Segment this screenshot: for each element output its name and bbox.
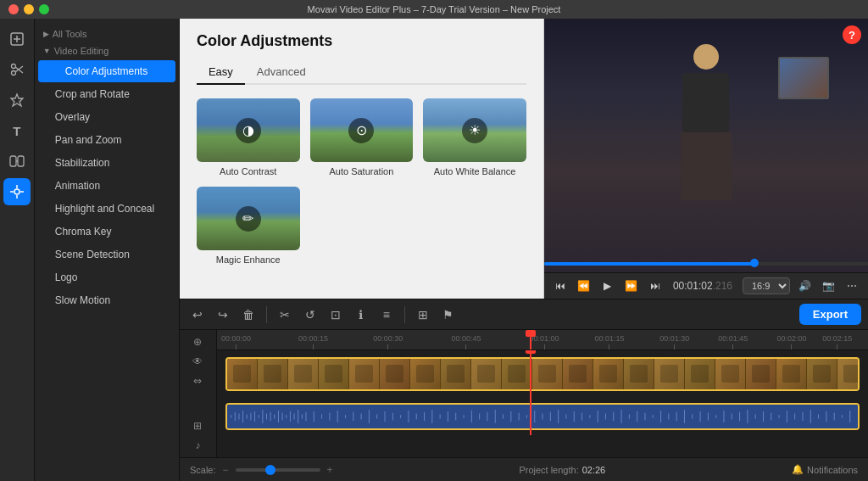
rotate-button[interactable]: ↺ — [299, 304, 321, 326]
timeline-eye-icon[interactable]: 👁 — [186, 353, 209, 371]
auto-saturation-icon: ⊙ — [348, 118, 374, 143]
effect-auto-white-balance[interactable]: ☀ Auto White Balance — [423, 98, 526, 176]
scale-thumb[interactable] — [265, 465, 275, 475]
ruler-playhead[interactable] — [530, 330, 531, 350]
flag-button[interactable]: ⚑ — [437, 304, 459, 326]
svg-point-4 — [11, 64, 15, 69]
auto-contrast-label: Auto Contrast — [220, 166, 276, 176]
text-icon[interactable]: T — [3, 117, 31, 144]
go-to-start-button[interactable]: ⏮ — [551, 277, 570, 295]
audio-playhead — [530, 397, 531, 435]
toolbar-strip: ↩ ↪ 🗑 ✂ ↺ ⊡ ℹ ≡ ⊞ ⚑ Export — [180, 299, 868, 330]
tab-easy[interactable]: Easy — [197, 60, 245, 85]
active-indicator — [55, 69, 60, 74]
project-length-value: 02:26 — [582, 465, 606, 475]
timeline-main: 00:00:00 00:00:15 00:00:30 00:00:45 — [217, 330, 868, 457]
playback-bar: ⏮ ⏪ ▶ ⏩ ⏭ 00:01:02.216 16:9 4:3 1:1 🔊 — [544, 272, 868, 299]
aspect-ratio-select[interactable]: 16:9 4:3 1:1 — [743, 277, 790, 294]
tools-icon[interactable] — [3, 178, 31, 205]
insert-button[interactable]: ⊞ — [412, 304, 434, 326]
undo-button[interactable]: ↩ — [186, 304, 209, 326]
tool-crop-rotate[interactable]: Crop and Rotate — [38, 83, 175, 105]
audio-track — [217, 397, 868, 435]
export-button[interactable]: Export — [799, 304, 861, 325]
step-back-button[interactable]: ⏪ — [575, 277, 593, 295]
tool-scene-detection[interactable]: Scene Detection — [38, 243, 175, 266]
auto-white-balance-icon: ☀ — [462, 118, 487, 143]
crop-button[interactable]: ⊡ — [325, 304, 347, 326]
time-ms: .216 — [713, 280, 732, 292]
notifications-area[interactable]: 🔔 Notifications — [792, 464, 858, 475]
timeline-track-ctrl[interactable]: ⊞ — [186, 417, 209, 435]
scale-slider[interactable] — [236, 468, 320, 472]
adjustments-panel: Color Adjustments Easy Advanced ◑ Auto C… — [180, 19, 544, 299]
notifications-label: Notifications — [807, 465, 858, 475]
tools-panel: ▶ All Tools ▼ Video Editing Color Adjust… — [35, 19, 180, 481]
tool-pan-zoom[interactable]: Pan and Zoom — [38, 129, 175, 151]
maximize-button[interactable] — [39, 4, 49, 14]
step-forward-button[interactable]: ⏩ — [622, 277, 641, 295]
tool-color-adjustments[interactable]: Color Adjustments — [38, 60, 175, 82]
help-button[interactable]: ? — [843, 25, 861, 44]
play-button[interactable]: ▶ — [598, 277, 617, 295]
ruler-mark-2: 00:00:30 — [373, 335, 403, 350]
effects-icon[interactable] — [3, 87, 31, 114]
ruler-mark-3: 00:00:45 — [451, 335, 481, 350]
auto-saturation-label: Auto Saturation — [329, 166, 393, 176]
cut-button[interactable]: ✂ — [274, 304, 296, 326]
ruler-mark-5: 00:01:15 — [594, 335, 624, 350]
align-button[interactable]: ≡ — [376, 304, 398, 326]
icon-sidebar: T — [0, 19, 35, 481]
go-to-end-button[interactable]: ⏭ — [646, 277, 665, 295]
snapshot-icon[interactable]: 📷 — [819, 277, 837, 295]
timeline-vol-icon[interactable]: ♪ — [186, 436, 209, 454]
scale-icon-plus: + — [327, 464, 333, 476]
minimize-button[interactable] — [24, 4, 34, 14]
timeline-bottom-bar: Scale: − + Project length: 02:26 🔔 Notif… — [180, 457, 868, 481]
scale-label: Scale: — [190, 465, 216, 475]
more-options-icon[interactable]: ⋯ — [843, 277, 861, 295]
all-tools-header[interactable]: ▶ All Tools — [35, 25, 179, 42]
panel-title: Color Adjustments — [197, 32, 526, 50]
bell-icon: 🔔 — [792, 464, 804, 475]
auto-white-balance-label: Auto White Balance — [434, 166, 516, 176]
video-preview: ? — [544, 19, 868, 272]
tool-overlay[interactable]: Overlay — [38, 106, 175, 128]
tool-chroma-key[interactable]: Chroma Key — [38, 221, 175, 243]
video-playhead[interactable] — [530, 350, 531, 397]
timeline-left-controls: ⊕ 👁 ⇔ ⊞ ♪ — [180, 330, 217, 457]
add-media-icon[interactable] — [3, 25, 31, 53]
close-button[interactable] — [8, 4, 19, 14]
volume-icon[interactable]: 🔊 — [795, 277, 814, 295]
tool-logo[interactable]: Logo — [38, 266, 175, 288]
tool-stabilization[interactable]: Stabilization — [38, 152, 175, 174]
timeline-area: ⊕ 👁 ⇔ ⊞ ♪ 00:00:00 — [180, 330, 868, 457]
svg-line-6 — [15, 66, 23, 72]
tool-slow-motion[interactable]: Slow Motion — [38, 289, 175, 311]
info-button[interactable]: ℹ — [350, 304, 372, 326]
traffic-lights — [8, 4, 49, 14]
ruler-mark-9: 00:02:15 — [822, 335, 852, 350]
project-length-label: Project length: — [519, 465, 578, 475]
tool-animation[interactable]: Animation — [38, 175, 175, 197]
video-editing-header[interactable]: ▼ Video Editing — [35, 42, 179, 59]
redo-button[interactable]: ↪ — [212, 304, 234, 326]
video-clip[interactable] — [225, 357, 860, 391]
delete-button[interactable]: 🗑 — [237, 304, 259, 326]
audio-clip[interactable] — [225, 403, 860, 430]
timeline-zoom-in[interactable]: ⊕ — [186, 333, 209, 351]
ruler-mark-6: 00:01:30 — [659, 335, 689, 350]
magic-enhance-label: Magic Enhance — [216, 254, 281, 265]
svg-marker-7 — [11, 94, 23, 106]
project-length-area: Project length: 02:26 — [340, 465, 786, 475]
tool-highlight-conceal[interactable]: Highlight and Conceal — [38, 198, 175, 220]
scissors-icon[interactable] — [3, 56, 31, 83]
window-title: Movavi Video Editor Plus – 7-Day Trial V… — [308, 4, 561, 14]
effect-auto-saturation[interactable]: ⊙ Auto Saturation — [310, 98, 414, 176]
svg-line-5 — [15, 67, 23, 73]
tab-advanced[interactable]: Advanced — [245, 60, 318, 85]
effect-magic-enhance[interactable]: ✏ Magic Enhance — [197, 187, 300, 265]
effect-auto-contrast[interactable]: ◑ Auto Contrast — [197, 98, 300, 176]
transitions-icon[interactable] — [3, 148, 31, 175]
timeline-lock-icon[interactable]: ⇔ — [186, 372, 209, 390]
